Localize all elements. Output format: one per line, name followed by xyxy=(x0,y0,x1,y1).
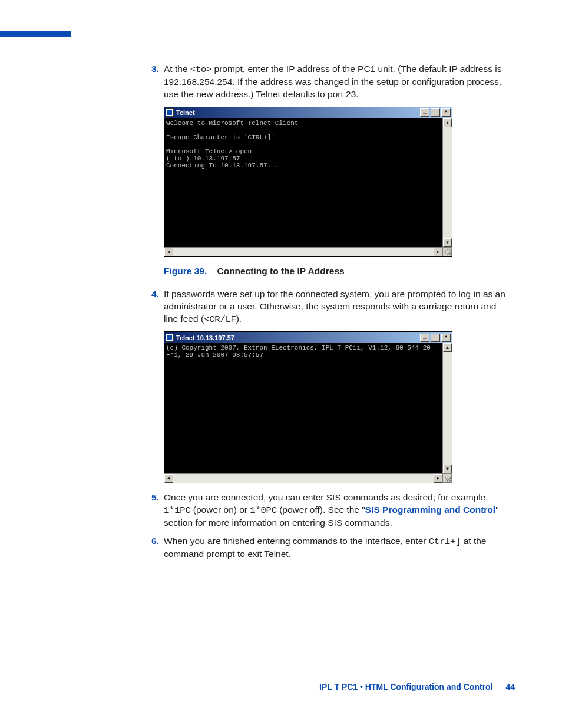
step-number: 4. xyxy=(147,288,164,326)
scroll-left-button[interactable]: ◄ xyxy=(164,474,173,483)
step-text: When you are finished entering commands … xyxy=(164,535,510,561)
window-title: Telnet xyxy=(176,108,419,117)
step-number: 6. xyxy=(147,535,164,561)
step-text: If passwords were set up for the connect… xyxy=(164,288,510,326)
scroll-up-button[interactable]: ▲ xyxy=(443,343,452,352)
vertical-scrollbar[interactable]: ▲ ▼ xyxy=(442,118,452,247)
telnet-icon xyxy=(166,108,174,117)
telnet-icon xyxy=(166,334,174,342)
window-title: Telnet 10.13.197.57 xyxy=(176,334,419,342)
scroll-right-button[interactable]: ► xyxy=(434,248,442,256)
scroll-left-button[interactable]: ◄ xyxy=(164,248,173,256)
step-text: At the <to> prompt, enter the IP address… xyxy=(164,63,510,101)
document-content: 3. At the <to> prompt, enter the IP addr… xyxy=(147,63,510,566)
sis-programming-link[interactable]: SIS Programming and Control xyxy=(365,505,495,515)
telnet-window-1: Telnet _ □ × Welcome to Microsoft Telnet… xyxy=(164,107,452,257)
terminal-output: (c) Copyright 2007, Extron Electronics, … xyxy=(164,343,442,473)
scrollbar-track[interactable] xyxy=(173,474,434,483)
inline-code: 1*0PC xyxy=(250,505,277,516)
step-4: 4. If passwords were set up for the conn… xyxy=(147,288,510,326)
maximize-button[interactable]: □ xyxy=(431,334,440,342)
step-number: 3. xyxy=(147,63,164,101)
inline-code: 1*1PC xyxy=(164,505,191,516)
text: At the xyxy=(164,64,190,74)
step-6: 6. When you are finished entering comman… xyxy=(147,535,510,561)
text: (power off). See the " xyxy=(277,505,365,515)
scrollbar-track[interactable] xyxy=(443,127,452,238)
text: (power on) or xyxy=(191,505,250,515)
minimize-button[interactable]: _ xyxy=(420,108,429,117)
text: prompt, enter the IP address of the PC1 … xyxy=(164,64,501,99)
resize-grip[interactable] xyxy=(442,473,452,483)
header-accent-bar xyxy=(0,31,71,37)
vertical-scrollbar[interactable]: ▲ ▼ xyxy=(442,343,452,473)
titlebar[interactable]: Telnet _ □ × xyxy=(164,107,452,118)
resize-grip[interactable] xyxy=(442,247,452,256)
text: When you are finished entering commands … xyxy=(164,536,429,546)
footer-title: IPL T PC1 • HTML Configuration and Contr… xyxy=(319,682,492,691)
titlebar[interactable]: Telnet 10.13.197.57 _ □ × xyxy=(164,332,452,343)
page-number: 44 xyxy=(505,682,515,691)
maximize-button[interactable]: □ xyxy=(431,108,440,117)
figure-number: Figure 39. xyxy=(164,266,207,276)
inline-code: Ctrl+] xyxy=(429,536,461,547)
figure-caption-39: Figure 39. Connecting to the IP Address xyxy=(164,265,510,278)
inline-code: <to> xyxy=(190,64,211,75)
close-button[interactable]: × xyxy=(441,108,451,117)
scroll-down-button[interactable]: ▼ xyxy=(443,465,452,473)
step-3: 3. At the <to> prompt, enter the IP addr… xyxy=(147,63,510,101)
scroll-right-button[interactable]: ► xyxy=(434,474,442,483)
step-5: 5. Once you are connected, you can enter… xyxy=(147,492,510,529)
scroll-up-button[interactable]: ▲ xyxy=(443,118,452,127)
scroll-down-button[interactable]: ▼ xyxy=(443,238,452,247)
step-text: Once you are connected, you can enter SI… xyxy=(164,492,510,529)
inline-code: <CR/LF xyxy=(204,314,236,325)
terminal-output: Welcome to Microsoft Telnet Client Escap… xyxy=(164,118,442,247)
close-button[interactable]: × xyxy=(441,334,451,342)
text: Once you are connected, you can enter SI… xyxy=(164,492,488,502)
horizontal-scrollbar[interactable]: ◄ ► xyxy=(164,473,442,483)
text: ). xyxy=(236,314,242,324)
scrollbar-track[interactable] xyxy=(173,248,434,256)
page-footer: IPL T PC1 • HTML Configuration and Contr… xyxy=(319,681,515,693)
step-number: 5. xyxy=(147,492,164,529)
telnet-window-2: Telnet 10.13.197.57 _ □ × (c) Copyright … xyxy=(164,331,452,483)
minimize-button[interactable]: _ xyxy=(420,334,429,342)
figure-title: Connecting to the IP Address xyxy=(217,266,344,276)
scrollbar-track[interactable] xyxy=(443,352,452,465)
horizontal-scrollbar[interactable]: ◄ ► xyxy=(164,247,442,256)
